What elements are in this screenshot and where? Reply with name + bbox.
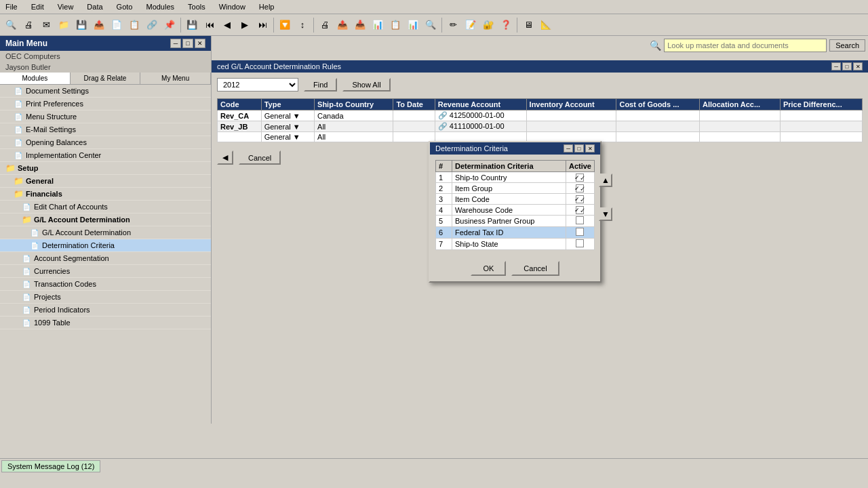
toolbar-prev-btn[interactable]: ◀ — [219, 17, 235, 33]
toolbar-pin-btn[interactable]: 📌 — [161, 17, 178, 33]
criteria-active-cell[interactable] — [566, 216, 594, 227]
dialog-close-btn[interactable]: ✕ — [585, 144, 595, 152]
criteria-active-cell[interactable] — [566, 227, 594, 239]
criteria-checkbox[interactable]: ✓ — [576, 174, 584, 182]
gl-cancel-btn[interactable]: Cancel — [239, 150, 281, 165]
criteria-row[interactable]: 7Ship-to State — [436, 239, 595, 250]
menu-file[interactable]: File — [3, 1, 20, 12]
criteria-active-cell[interactable]: ✓ — [566, 183, 594, 194]
toolbar-find-btn[interactable]: 🔍 — [3, 17, 19, 33]
criteria-row[interactable]: 2Item Group✓ — [436, 183, 595, 194]
toolbar-email-btn[interactable]: ✉ — [38, 17, 54, 33]
menu-tools[interactable]: Tools — [185, 1, 208, 12]
toolbar-screen-btn[interactable]: 🖥 — [520, 17, 536, 33]
toolbar-edit-btn[interactable]: ✏ — [445, 17, 461, 33]
sidebar-minimize-btn[interactable] — [170, 39, 181, 48]
sidebar-item-setup[interactable]: 📁 Setup — [0, 162, 211, 175]
sidebar-maximize-btn[interactable] — [182, 39, 193, 48]
sidebar-close-btn[interactable] — [195, 39, 205, 48]
sidebar-item-print-preferences[interactable]: 📄 Print Preferences — [0, 98, 211, 110]
dialog-ok-btn[interactable]: OK — [471, 261, 506, 276]
sidebar-tab-modules[interactable]: Modules — [0, 73, 71, 84]
gl-prev-page-btn[interactable]: ◀ — [217, 150, 233, 165]
toolbar-link-btn[interactable]: 🔗 — [144, 17, 160, 33]
criteria-active-cell[interactable]: ✓ — [566, 205, 594, 216]
criteria-checkbox[interactable] — [576, 239, 584, 247]
criteria-row[interactable]: 6Federal Tax ID — [436, 227, 595, 239]
table-row[interactable]: Rev_CAGeneral ▼Canada🔗 41250000-01-00 — [218, 110, 863, 121]
sidebar-item-currencies[interactable]: 📄 Currencies — [0, 265, 211, 278]
gl-show-all-btn[interactable]: Show All — [342, 78, 390, 92]
toolbar-last-btn[interactable]: ⏭ — [254, 17, 271, 33]
table-row[interactable]: Rev_JBGeneral ▼All🔗 41110000-01-00 — [218, 121, 863, 132]
dialog-cancel-btn[interactable]: Cancel — [511, 261, 559, 276]
sidebar-scroll[interactable]: 📄 Document Settings 📄 Print Preferences … — [0, 85, 211, 424]
toolbar-help-btn[interactable]: ❓ — [498, 17, 514, 33]
menu-goto[interactable]: Goto — [114, 1, 136, 12]
sidebar-item-general[interactable]: 📁 General — [0, 175, 211, 188]
toolbar-filter-btn[interactable]: 🔽 — [277, 17, 293, 33]
criteria-row[interactable]: 5Business Partner Group — [436, 216, 595, 227]
sidebar-item-determination-criteria[interactable]: 📄 Determination Criteria — [0, 239, 211, 252]
criteria-checkbox[interactable] — [576, 216, 584, 224]
message-log-bar[interactable]: System Message Log (12) — [1, 460, 100, 472]
sidebar-item-document-settings[interactable]: 📄 Document Settings — [0, 85, 211, 98]
criteria-checkbox[interactable] — [576, 228, 584, 236]
criteria-row[interactable]: 3Item Code✓ — [436, 194, 595, 205]
search-input[interactable] — [664, 39, 827, 52]
toolbar-lock-btn[interactable]: 🔐 — [480, 17, 496, 33]
menu-help[interactable]: Help — [256, 1, 277, 12]
toolbar-export-btn[interactable]: 📤 — [91, 17, 107, 33]
sidebar-tab-mymenu[interactable]: My Menu — [140, 73, 211, 84]
menu-view[interactable]: View — [55, 1, 77, 12]
dialog-minimize-btn[interactable]: ─ — [564, 144, 573, 152]
sidebar-item-account-segmentation[interactable]: 📄 Account Segmentation — [0, 252, 211, 265]
sidebar-item-1099-table[interactable]: 📄 1099 Table — [0, 317, 211, 329]
criteria-active-cell[interactable]: ✓ — [566, 172, 594, 183]
scroll-up-btn[interactable]: ▲ — [599, 174, 612, 187]
toolbar-imp-btn[interactable]: 📥 — [352, 17, 368, 33]
criteria-checkbox[interactable]: ✓ — [576, 195, 584, 203]
toolbar-doc-btn[interactable]: 📄 — [108, 17, 125, 33]
sidebar-item-implementation-center[interactable]: 📄 Implementation Center — [0, 149, 211, 162]
sidebar-item-gl-account-det[interactable]: 📄 G/L Account Determination — [0, 226, 211, 239]
toolbar-first-btn[interactable]: ⏮ — [201, 17, 218, 33]
sidebar-item-financials[interactable]: 📁 Financials — [0, 188, 211, 201]
toolbar-sort-btn[interactable]: ↕ — [294, 17, 311, 33]
sidebar-item-projects[interactable]: 📄 Projects — [0, 291, 211, 304]
toolbar-save2-btn[interactable]: 💾 — [184, 17, 200, 33]
toolbar-chart-btn[interactable]: 📊 — [370, 17, 386, 33]
toolbar-note-btn[interactable]: 📝 — [462, 17, 479, 33]
criteria-active-cell[interactable] — [566, 239, 594, 250]
toolbar-exp2-btn[interactable]: 📤 — [334, 17, 351, 33]
sidebar-item-gl-account-det-folder[interactable]: 📁 G/L Account Determination — [0, 214, 211, 226]
toolbar-chart2-btn[interactable]: 📊 — [405, 17, 421, 33]
criteria-checkbox[interactable]: ✓ — [576, 184, 584, 192]
criteria-row[interactable]: 4Warehouse Code✓ — [436, 205, 595, 216]
toolbar-print2-btn[interactable]: 🖨 — [317, 17, 333, 33]
gl-table-wrapper[interactable]: Code Type Ship-to Country To Date Revenu… — [217, 96, 863, 142]
gl-restore-btn[interactable]: □ — [842, 62, 852, 70]
menu-modules[interactable]: Modules — [143, 1, 177, 12]
sidebar-item-opening-balances[interactable]: 📄 Opening Balances — [0, 136, 211, 149]
sidebar-item-period-indicators[interactable]: 📄 Period Indicators — [0, 304, 211, 317]
gl-minimize-btn[interactable]: ─ — [831, 62, 841, 70]
toolbar-measure-btn[interactable]: 📐 — [538, 17, 554, 33]
menu-edit[interactable]: Edit — [28, 1, 47, 12]
menu-data[interactable]: Data — [84, 1, 105, 12]
toolbar-print-btn[interactable]: 🖨 — [20, 17, 37, 33]
search-button[interactable]: Search — [829, 39, 865, 52]
sidebar-tab-drag[interactable]: Drag & Relate — [71, 73, 141, 84]
dialog-restore-btn[interactable]: □ — [574, 144, 584, 152]
gl-find-btn[interactable]: Find — [304, 78, 337, 92]
toolbar-open-btn[interactable]: 📁 — [56, 17, 72, 33]
gl-close-btn[interactable]: ✕ — [853, 62, 863, 70]
criteria-active-cell[interactable]: ✓ — [566, 194, 594, 205]
sidebar-item-edit-coa[interactable]: 📄 Edit Chart of Accounts — [0, 201, 211, 214]
sidebar-item-transaction-codes[interactable]: 📄 Transaction Codes — [0, 278, 211, 291]
scroll-down-btn[interactable]: ▼ — [599, 207, 612, 221]
toolbar-board-btn[interactable]: 📋 — [387, 17, 403, 33]
criteria-checkbox[interactable]: ✓ — [576, 206, 584, 214]
toolbar-next-btn[interactable]: ▶ — [237, 17, 253, 33]
sidebar-item-menu-structure[interactable]: 📄 Menu Structure — [0, 110, 211, 123]
